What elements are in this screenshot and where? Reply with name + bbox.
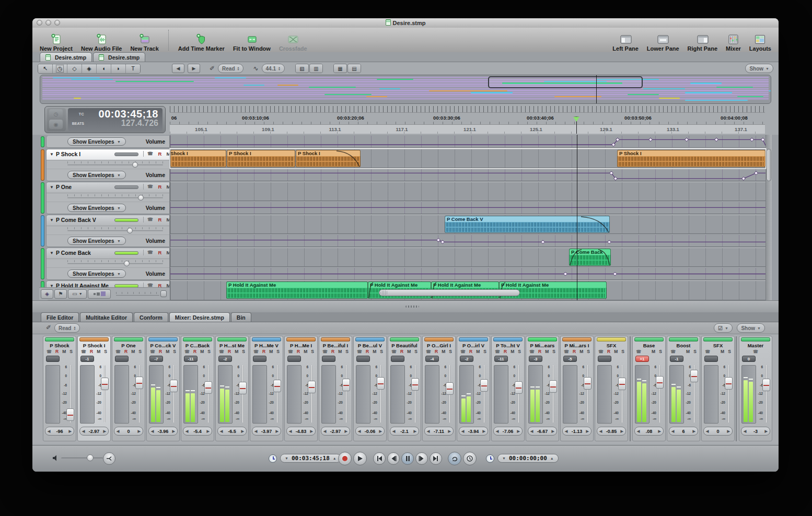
fader-thumb[interactable]	[656, 376, 664, 389]
mute-button[interactable]: M	[62, 349, 66, 355]
channel-gain-button[interactable]	[598, 356, 611, 362]
mute-button[interactable]: M	[442, 349, 445, 355]
input-monitor-icon[interactable]: ☎	[636, 349, 641, 355]
track-header-p-one[interactable]: ▼P One☎RMSShow Envelopes▼Volume	[39, 182, 170, 214]
channel-volume-stepper[interactable]: ◀-2.97▶	[321, 427, 350, 436]
mixer-automation-dropdown[interactable]: Read▲▼	[54, 323, 80, 333]
channel-fader[interactable]	[342, 364, 351, 424]
solo-button[interactable]: S	[414, 349, 417, 355]
document-tab-1[interactable]: Desire.stmp	[40, 52, 92, 62]
mute-button[interactable]: M	[686, 349, 690, 355]
mixer-strip-p-mi-ears[interactable]: P Mi...ears☎RMS-360-6-12-20-40-∞◀-6.67▶	[526, 336, 559, 441]
channel-gain-button[interactable]: -2	[460, 356, 473, 362]
input-monitor-icon[interactable]: ☎	[753, 349, 758, 355]
fader-thumb[interactable]	[762, 379, 770, 391]
channel-gain-button[interactable]: -11	[494, 356, 508, 362]
channel-gain-button[interactable]: -11	[184, 356, 198, 362]
waveform-view-button[interactable]: ▧	[295, 64, 309, 73]
track-header-p-shock-i[interactable]: ▼P Shock I☎RMSShow Envelopes▼Volume	[39, 149, 170, 181]
truncate-tool-button[interactable]: T	[126, 64, 140, 73]
channel-volume-stepper[interactable]: ◀-4.83▶	[286, 427, 316, 436]
mute-button[interactable]: M	[269, 349, 273, 355]
disclosure-triangle[interactable]: ▼	[50, 185, 54, 190]
volume-slider-knob[interactable]	[138, 195, 144, 201]
channel-fader[interactable]	[514, 364, 523, 424]
input-monitor-icon[interactable]: ☎	[253, 349, 259, 355]
track-volume-slider[interactable]	[47, 259, 169, 268]
arrow-tool-button[interactable]: ↖	[38, 64, 53, 73]
channel-gain-button[interactable]: -4	[425, 356, 439, 362]
track-lane[interactable]: P Come Back	[170, 248, 765, 267]
mute-button[interactable]: M	[721, 349, 724, 355]
mute-button[interactable]: M	[97, 349, 100, 355]
fader-thumb[interactable]	[584, 377, 591, 390]
channel-fader[interactable]	[204, 364, 213, 424]
mixer-button[interactable]: Mixer	[722, 29, 745, 52]
input-monitor-icon[interactable]: ☎	[147, 250, 153, 255]
track-header-p-come-back[interactable]: ▼P Come Back☎RMSShow Envelopes▼Volume	[39, 248, 170, 280]
mixer-strip-p-shock-i[interactable]: P Shock I☎RMS-160-6-12-20-40-∞◀-2.97▶	[77, 336, 111, 441]
prev-marker-button[interactable]: ◀	[172, 64, 184, 73]
countdown-button[interactable]	[463, 452, 477, 465]
channel-gain-button[interactable]: 0	[742, 356, 756, 362]
channel-volume-stepper[interactable]: ◀6▶	[669, 427, 698, 436]
master-volume-knob[interactable]	[87, 454, 94, 461]
record-enable-button[interactable]: R	[435, 349, 438, 355]
mute-button[interactable]: M	[579, 349, 583, 355]
volume-slider-knob[interactable]	[132, 162, 138, 168]
lower-pane-button[interactable]: Lower Pane	[643, 29, 683, 52]
left-pane-button[interactable]: Left Pane	[608, 29, 643, 52]
record-enable-button[interactable]: R	[504, 349, 507, 355]
mute-button[interactable]: M	[614, 349, 618, 355]
right-pane-button[interactable]: Right Pane	[683, 29, 722, 52]
fader-thumb[interactable]	[446, 382, 454, 395]
input-monitor-icon[interactable]: ☎	[288, 349, 293, 355]
solo-button[interactable]: S	[483, 349, 486, 355]
audio-clip[interactable]: P Come Back V	[445, 216, 610, 233]
clip-fade-curve[interactable]	[581, 216, 609, 233]
channel-gain-button[interactable]: -7	[149, 356, 163, 362]
record-enable-button[interactable]: R	[331, 349, 334, 355]
channel-volume-stepper[interactable]: ◀-1.13▶	[562, 427, 591, 436]
channel-fader[interactable]	[66, 364, 75, 424]
channel-volume-stepper[interactable]: ◀-3▶	[741, 427, 770, 436]
envelope-lane[interactable]	[170, 136, 765, 148]
track-volume-slider[interactable]	[47, 193, 169, 202]
record-enable-button[interactable]: R	[193, 349, 196, 355]
lower-tab-multitake-editor[interactable]: Multitake Editor	[80, 312, 133, 322]
grid-button[interactable]: ▦	[333, 64, 347, 73]
input-monitor-icon[interactable]: ☎	[322, 349, 328, 355]
input-monitor-icon[interactable]: ☎	[460, 349, 466, 355]
record-enable-button[interactable]: R	[228, 349, 231, 355]
record-enable-button[interactable]: R	[297, 349, 300, 355]
channel-gain-button[interactable]	[253, 356, 266, 362]
channel-gain-button[interactable]	[46, 356, 60, 362]
audio-clip[interactable]: P Shock I	[227, 150, 295, 167]
record-enable-button[interactable]: R	[538, 349, 541, 355]
mute-button[interactable]: M	[235, 349, 238, 355]
show-envelopes-dropdown[interactable]: Show Envelopes▼	[67, 204, 126, 212]
mixer-strip-base[interactable]: Base☎MS+160-6-12-20-40-∞◀.08▶	[632, 336, 666, 441]
clip-fade-curve[interactable]	[570, 249, 582, 266]
automation-mode-dropdown[interactable]: Read▲▼	[218, 64, 243, 73]
fader-thumb[interactable]	[480, 379, 488, 392]
fader-thumb[interactable]	[308, 381, 316, 393]
channel-volume-stepper[interactable]: ◀-0.85▶	[597, 427, 626, 436]
mixer-strip-boost[interactable]: Boost☎MS-160-6-12-20-40-∞◀6▶	[667, 336, 700, 441]
input-monitor-icon[interactable]: ☎	[564, 349, 569, 355]
input-monitor-icon[interactable]: ☎	[598, 349, 604, 355]
channel-volume-stepper[interactable]: ◀-6.67▶	[528, 427, 557, 436]
record-enable-button[interactable]: R	[469, 349, 472, 355]
channel-fader[interactable]	[583, 364, 592, 424]
record-enable-button[interactable]: R	[55, 349, 59, 355]
input-monitor-icon[interactable]: ☎	[115, 349, 121, 355]
project-overview-minimap[interactable]	[40, 75, 771, 104]
mute-button[interactable]: M	[131, 349, 135, 355]
timecode-mode-button[interactable]: ◷	[49, 109, 63, 119]
solo-button[interactable]: S	[69, 349, 73, 355]
ruler-settings-button[interactable]: ▤	[347, 64, 361, 73]
solo-button[interactable]: S	[518, 349, 521, 355]
channel-volume-stepper[interactable]: ◀-7.11▶	[424, 427, 454, 436]
timeslice-tool-button[interactable]: ◷	[53, 64, 67, 73]
channel-fader[interactable]	[762, 364, 771, 424]
